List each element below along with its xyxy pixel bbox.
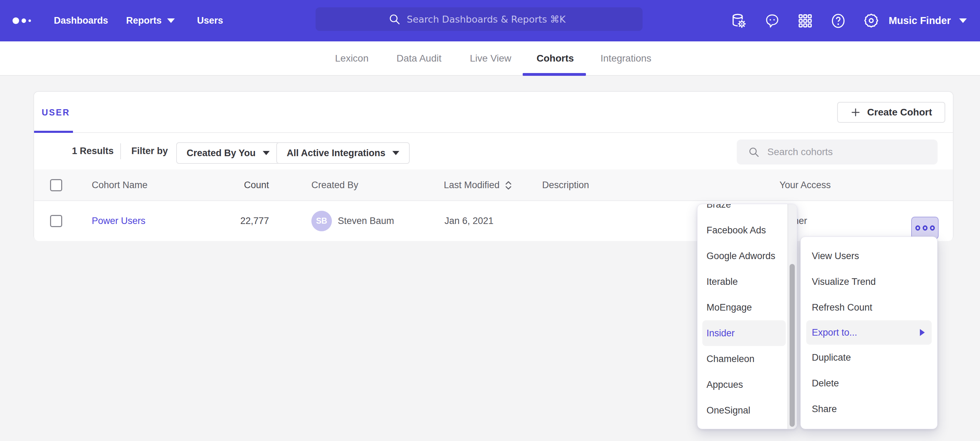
menu-item-share[interactable]: Share [801, 396, 937, 422]
divider [120, 143, 121, 159]
sort-icon[interactable] [504, 180, 512, 190]
menu-item-iterable[interactable]: Iterable [697, 269, 787, 295]
tab-cohorts[interactable]: Cohorts [536, 42, 574, 75]
tab-integrations[interactable]: Integrations [600, 42, 651, 75]
filter-by-label: Filter by [131, 133, 168, 169]
col-header-description: Description [542, 169, 589, 201]
menu-item-insider[interactable]: Insider [702, 320, 786, 346]
table-row[interactable]: Power Users 22,777 SB Steven Baum Jan 6,… [34, 201, 953, 241]
data-management-button[interactable] [729, 0, 749, 42]
nav-item-label: Dashboards [54, 15, 108, 26]
menu-item-appcues[interactable]: Appcues [697, 372, 787, 398]
menu-item-chameleon[interactable]: Chameleon [697, 346, 787, 372]
col-header-last-modified[interactable]: Last Modified [444, 169, 512, 201]
cohort-count: 22,777 [222, 201, 269, 241]
section-tab-bar: Lexicon Data Audit Live View Cohorts Int… [0, 42, 980, 76]
submenu-arrow-icon [920, 329, 925, 336]
nav-item-users[interactable]: Users [197, 0, 223, 42]
filter-value: All Active Integrations [287, 148, 385, 158]
menu-item-onesignal[interactable]: OneSignal [697, 398, 787, 423]
scrollbar-track[interactable] [788, 204, 797, 429]
project-switcher[interactable]: Music Finder [889, 0, 967, 42]
menu-item-export-to[interactable]: Export to... [806, 320, 932, 345]
logo-dot-icon [13, 18, 19, 24]
col-header-label: Last Modified [444, 180, 500, 190]
create-cohort-label: Create Cohort [867, 107, 932, 118]
caret-down-icon [263, 151, 270, 155]
help-button[interactable] [828, 0, 849, 42]
cohort-name-link[interactable]: Power Users [92, 201, 146, 241]
database-gear-icon [730, 12, 748, 30]
project-name: Music Finder [889, 15, 951, 26]
help-icon [829, 12, 847, 30]
apps-button[interactable] [795, 0, 816, 42]
tab-label: Cohorts [536, 53, 574, 64]
menu-item-refresh-count[interactable]: Refresh Count [801, 295, 937, 320]
tab-data-audit[interactable]: Data Audit [396, 42, 441, 75]
table-header: Cohort Name Count Created By Last Modifi… [34, 169, 953, 201]
menu-item-view-users[interactable]: View Users [801, 243, 937, 269]
apps-grid-icon [797, 13, 813, 29]
menu-item-delete[interactable]: Delete [801, 371, 937, 396]
nav-item-label: Users [197, 15, 223, 26]
col-header-cohort-name: Cohort Name [92, 169, 148, 201]
more-actions-button[interactable] [911, 217, 939, 239]
select-all-checkbox[interactable] [50, 179, 62, 191]
search-icon [748, 146, 760, 158]
nav-item-reports[interactable]: Reports [126, 0, 175, 42]
ellipsis-dot-icon [915, 225, 920, 230]
feedback-chat-icon [764, 13, 781, 29]
tab-label: Integrations [600, 53, 651, 64]
create-cohort-button[interactable]: Create Cohort [837, 102, 945, 123]
results-count: 1 Results [72, 133, 114, 169]
cohort-search[interactable] [737, 139, 938, 165]
col-header-created-by: Created By [311, 169, 358, 201]
tab-lexicon[interactable]: Lexicon [335, 42, 369, 75]
mixpanel-logo[interactable] [13, 0, 37, 42]
caret-down-icon [167, 18, 175, 23]
global-search-input[interactable] [407, 14, 570, 25]
row-checkbox[interactable] [50, 215, 62, 227]
ellipsis-dot-icon [923, 225, 928, 230]
search-icon [388, 13, 401, 26]
global-search[interactable] [315, 7, 643, 31]
logo-dot-icon [22, 18, 26, 23]
cohort-type-tabs: USER Create Cohort [34, 92, 953, 133]
created-by-filter[interactable]: Created By You [176, 142, 280, 164]
tab-live-view[interactable]: Live View [470, 42, 511, 75]
scrollbar-thumb[interactable] [789, 264, 795, 427]
logo-dot-icon [29, 19, 31, 22]
cohort-actions-list: View Users Visualize Trend Refresh Count… [801, 243, 937, 422]
menu-item-facebook-ads[interactable]: Facebook Ads [697, 217, 787, 243]
tab-label: Data Audit [396, 53, 441, 64]
org-settings-button[interactable] [861, 0, 881, 42]
menu-item-braze[interactable]: Braze [697, 204, 787, 217]
tab-user-cohorts[interactable]: USER [34, 92, 78, 133]
last-modified-date: Jan 6, 2021 [444, 201, 493, 241]
tab-label: Live View [470, 53, 511, 64]
menu-item-label: Export to... [812, 327, 858, 338]
top-nav-bar: Dashboards Reports Users [0, 0, 980, 42]
settings-gear-icon [862, 12, 880, 30]
nav-item-label: Reports [126, 15, 162, 26]
cohort-search-input[interactable] [767, 146, 920, 158]
menu-item-google-adwords[interactable]: Google Adwords [697, 243, 787, 269]
filter-bar: 1 Results Filter by Created By You All A… [34, 133, 953, 169]
menu-item-visualize-trend[interactable]: Visualize Trend [801, 269, 937, 295]
caret-down-icon [392, 151, 399, 155]
col-header-your-access: Your Access [780, 169, 831, 201]
cohorts-panel: USER Create Cohort 1 Results Filter by C… [33, 91, 954, 240]
integrations-filter[interactable]: All Active Integrations [276, 142, 410, 164]
active-tab-underline [523, 73, 586, 76]
ellipsis-dot-icon [930, 225, 935, 230]
feedback-button[interactable] [762, 0, 783, 42]
export-destination-menu: Braze Facebook Ads Google Adwords Iterab… [697, 204, 797, 429]
col-header-count: Count [222, 169, 269, 201]
menu-item-moengage[interactable]: MoEngage [697, 295, 787, 320]
caret-down-icon [959, 18, 967, 23]
tab-label: USER [42, 107, 70, 118]
export-destination-list: Braze Facebook Ads Google Adwords Iterab… [697, 204, 797, 423]
menu-item-duplicate[interactable]: Duplicate [801, 345, 937, 371]
nav-item-dashboards[interactable]: Dashboards [54, 0, 108, 42]
cohort-actions-menu: View Users Visualize Trend Refresh Count… [800, 236, 938, 429]
